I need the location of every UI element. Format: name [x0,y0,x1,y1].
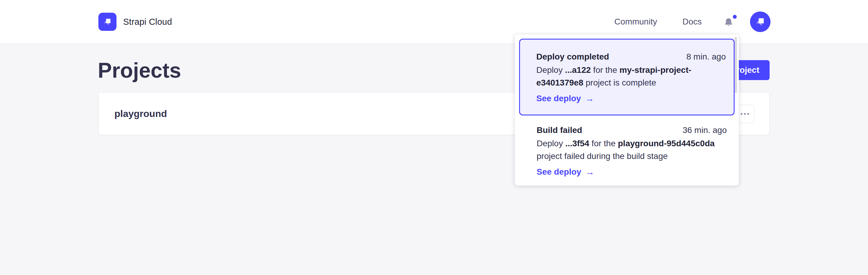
nav-link-docs[interactable]: Docs [682,17,702,27]
arrow-right-icon: → [585,92,594,105]
dropdown-scrollbar-thumb[interactable] [735,37,737,93]
strapi-cloud-page: Strapi Cloud Community Docs Projects Cre… [0,0,868,275]
brand[interactable]: Strapi Cloud [98,13,172,31]
notification-timestamp: 36 min. ago [683,125,727,135]
nav-link-community[interactable]: Community [615,17,657,27]
notification-body: Deploy ...a122 for the my-strapi-project… [536,64,726,89]
unread-notification-dot [733,15,737,19]
notification-timestamp: 8 min. ago [686,52,726,62]
strapi-avatar-icon [754,15,767,28]
more-dots-icon [744,113,746,115]
page-title: Projects [98,59,181,82]
notification-item-build-failed[interactable]: Build failed 36 min. ago Deploy ...3f54 … [519,115,735,178]
notification-title-row: Deploy completed 8 min. ago [536,52,726,62]
strapi-logo-icon [98,13,117,31]
notification-body: Deploy ...3f54 for the playground-95d445… [537,137,727,163]
more-dots-icon [741,113,742,115]
see-deploy-link[interactable]: See deploy → [537,166,727,178]
more-dots-icon [747,113,749,115]
notification-title: Deploy completed [536,52,609,62]
notification-title-row: Build failed 36 min. ago [537,125,727,135]
notification-item-deploy-completed[interactable]: Deploy completed 8 min. ago Deploy ...a1… [519,39,735,115]
notifications-bell-button[interactable] [723,16,734,28]
project-name: playground [114,108,167,119]
notification-title: Build failed [537,125,582,135]
arrow-right-icon: → [586,166,595,178]
bell-icon [723,17,734,28]
notifications-dropdown: Deploy completed 8 min. ago Deploy ...a1… [515,34,739,186]
see-deploy-link[interactable]: See deploy → [536,92,726,105]
user-avatar[interactable] [750,11,771,32]
brand-name: Strapi Cloud [123,17,172,27]
